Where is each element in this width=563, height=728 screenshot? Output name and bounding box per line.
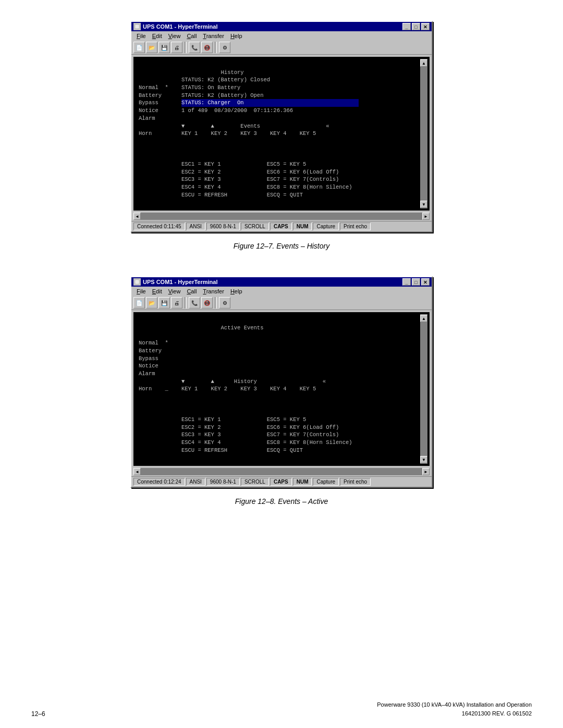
menu-transfer-2[interactable]: Transfer [200,288,227,295]
settings-btn-2[interactable]: ⚙ [219,297,230,309]
toolbar-sep-1b [215,42,217,53]
scroll-up-2[interactable]: ▲ [420,315,427,322]
scrollbar-1[interactable]: ▲ ▼ [420,59,427,208]
hscroll-left-1[interactable]: ◄ [133,213,141,220]
menu-help-1[interactable]: Help [227,32,246,40]
toolbar-sep-1a [185,42,187,53]
terminal-wrapper-1: History STATUS: K2 (Battery) Closed Norm… [133,57,430,211]
status-ansi-2: ANSI [186,478,205,486]
app-icon-1: ⊞ [133,23,141,30]
menu-call-2[interactable]: Call [183,288,200,295]
status-printecho-2: Print echo [340,478,371,486]
connect-btn-1[interactable]: 📞 [189,42,200,53]
hscrollbar-1: ◄ ► [131,213,432,221]
footer-right: Powerware 9330 (10 kVA–40 kVA) Installat… [377,700,532,718]
hscroll-track-2 [141,468,422,475]
terminal-content-2: Active Events Normal * Battery Bypass No… [139,316,424,462]
scroll-track-2 [420,322,427,456]
disconnect-btn-1[interactable]: 📵 [201,42,213,53]
status-caps-1: CAPS [270,223,292,230]
terminal-area-2: Active Events Normal * Battery Bypass No… [131,310,432,468]
status-connected-1: Connected 0:11:45 [133,223,185,230]
status-ansi-1: ANSI [186,223,205,230]
page-number: 12–6 [31,710,45,718]
maximize-button-2[interactable]: □ [412,278,420,286]
scroll-down-2[interactable]: ▼ [420,456,427,463]
close-button-1[interactable]: ✕ [421,23,430,30]
toolbar-1: 📄 📂 💾 🖨 📞 📵 ⚙ [131,41,432,55]
menu-edit-2[interactable]: Edit [149,288,165,295]
hyperterminal-window-1: ⊞ UPS COM1 - HyperTerminal _ □ ✕ File Ed… [130,21,433,232]
status-capture-2: Capture [313,478,339,486]
window-title-1: UPS COM1 - HyperTerminal [143,23,217,30]
hscroll-right-1[interactable]: ► [422,213,430,220]
status-num-1: NUM [293,223,312,230]
new-btn-1[interactable]: 📄 [133,42,145,53]
figure7-caption: Figure 12–7. Events – History [234,242,329,250]
terminal-screen-1: History STATUS: K2 (Battery) Closed Norm… [133,57,430,211]
save-btn-1[interactable]: 💾 [158,42,170,53]
title-buttons-1: _ □ ✕ [402,23,430,30]
status-connected-2: Connected 0:12:24 [133,478,185,486]
toolbar-sep-2b [215,297,217,309]
menu-bar-2: File Edit View Call Transfer Help [131,287,432,296]
status-capture-1: Capture [313,223,339,230]
minimize-button-2[interactable]: _ [402,278,411,286]
terminal-area-1: History STATUS: K2 (Battery) Closed Norm… [131,55,432,213]
footer-doc-number: 164201300 REV. G 061502 [377,709,532,718]
status-printecho-1: Print echo [340,223,371,230]
status-caps-2: CAPS [270,478,292,486]
menu-view-2[interactable]: View [165,288,184,295]
hyperterminal-window-2: ⊞ UPS COM1 - HyperTerminal _ □ ✕ File Ed… [130,276,433,488]
status-baud-2: 9600 8-N-1 [206,478,240,486]
title-bar-1: ⊞ UPS COM1 - HyperTerminal _ □ ✕ [131,22,432,31]
status-baud-1: 9600 8-N-1 [206,223,240,230]
figure8-caption: Figure 12–8. Events – Active [235,497,328,505]
print-btn-1[interactable]: 🖨 [171,42,182,53]
menu-file-2[interactable]: File [133,288,149,295]
new-btn-2[interactable]: 📄 [133,297,145,309]
title-bar-2: ⊞ UPS COM1 - HyperTerminal _ □ ✕ [131,277,432,287]
terminal-content-1: History STATUS: K2 (Battery) Closed Norm… [139,61,424,206]
status-bar-1: Connected 0:11:45 ANSI 9600 8-N-1 SCROLL… [131,221,432,231]
hscrollbar-2: ◄ ► [131,468,432,476]
app-icon-2: ⊞ [133,278,141,286]
scrollbar-2[interactable]: ▲ ▼ [420,314,427,464]
title-buttons-2: _ □ ✕ [402,278,430,286]
status-num-2: NUM [293,478,312,486]
open-btn-1[interactable]: 📂 [146,42,157,53]
connect-btn-2[interactable]: 📞 [189,297,200,309]
terminal-wrapper-2: Active Events Normal * Battery Bypass No… [133,312,430,466]
figure7-wrapper: ⊞ UPS COM1 - HyperTerminal _ □ ✕ File Ed… [130,21,433,232]
open-btn-2[interactable]: 📂 [146,297,157,309]
menu-call-1[interactable]: Call [183,32,200,40]
terminal-screen-2: Active Events Normal * Battery Bypass No… [133,312,430,466]
footer-doc-title: Powerware 9330 (10 kVA–40 kVA) Installat… [377,700,532,709]
close-button-2[interactable]: ✕ [421,278,430,286]
menu-file-1[interactable]: File [133,32,149,40]
scroll-up-1[interactable]: ▲ [420,59,427,67]
toolbar-sep-2a [185,297,187,309]
print-btn-2[interactable]: 🖨 [171,297,182,309]
figure8-wrapper: ⊞ UPS COM1 - HyperTerminal _ □ ✕ File Ed… [130,276,433,488]
maximize-button-1[interactable]: □ [412,23,420,30]
scroll-down-1[interactable]: ▼ [420,201,427,208]
minimize-button-1[interactable]: _ [402,23,411,30]
settings-btn-1[interactable]: ⚙ [219,42,230,53]
scroll-track-1 [420,67,427,201]
save-btn-2[interactable]: 💾 [158,297,170,309]
menu-edit-1[interactable]: Edit [149,32,165,40]
status-scroll-1: SCROLL [241,223,269,230]
hscroll-right-2[interactable]: ► [422,468,430,475]
window-title-2: UPS COM1 - HyperTerminal [143,279,217,285]
toolbar-2: 📄 📂 💾 🖨 📞 📵 ⚙ [131,296,432,310]
menu-transfer-1[interactable]: Transfer [200,32,227,40]
status-scroll-2: SCROLL [241,478,269,486]
menu-view-1[interactable]: View [165,32,184,40]
disconnect-btn-2[interactable]: 📵 [201,297,213,309]
menu-bar-1: File Edit View Call Transfer Help [131,31,432,41]
hscroll-track-1 [141,213,422,220]
hscroll-left-2[interactable]: ◄ [133,468,141,475]
menu-help-2[interactable]: Help [227,288,246,295]
page-footer: 12–6 Powerware 9330 (10 kVA–40 kVA) Inst… [0,700,563,718]
